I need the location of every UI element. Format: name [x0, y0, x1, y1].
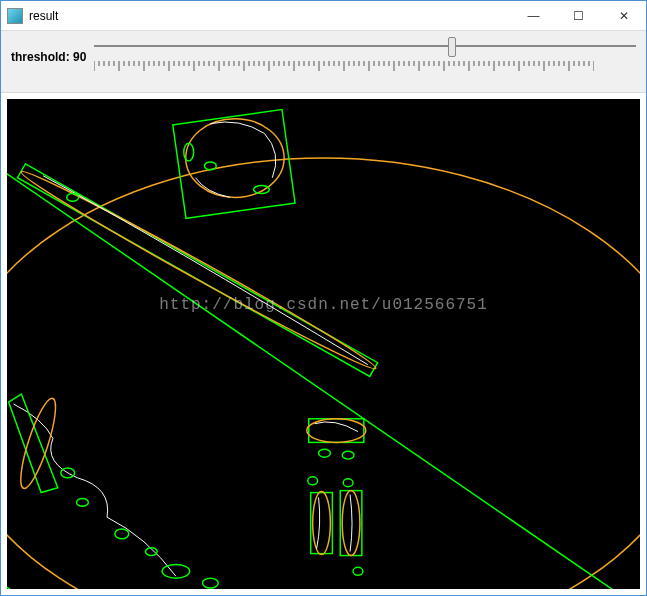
slider-thumb[interactable]	[448, 37, 456, 57]
slider-ticks	[94, 61, 594, 73]
contour-overlay	[7, 99, 640, 589]
threshold-slider[interactable]	[94, 37, 636, 77]
app-icon	[7, 8, 23, 24]
svg-point-111	[202, 578, 218, 588]
svg-point-116	[308, 477, 318, 485]
diagonal-bar	[17, 164, 380, 377]
trackbar-panel: threshold: 90	[1, 31, 646, 93]
raw-contour	[210, 122, 276, 178]
fitted-ellipse	[186, 119, 284, 198]
close-icon: ✕	[619, 9, 629, 23]
slider-track	[94, 45, 636, 47]
svg-point-117	[343, 479, 353, 487]
minimize-button[interactable]: —	[511, 1, 556, 30]
threshold-label: threshold: 90	[11, 50, 86, 64]
image-viewport: http://blog.csdn.net/u012566751	[1, 93, 646, 595]
svg-point-105	[14, 395, 62, 491]
fitted-ellipse	[7, 158, 640, 589]
svg-marker-104	[9, 394, 58, 492]
window-controls: — ☐ ✕	[511, 1, 646, 30]
threshold-value: 90	[73, 50, 86, 64]
result-image: http://blog.csdn.net/u012566751	[7, 99, 640, 589]
close-button[interactable]: ✕	[601, 1, 646, 30]
svg-point-107	[77, 498, 89, 506]
maximize-button[interactable]: ☐	[556, 1, 601, 30]
maximize-icon: ☐	[573, 9, 584, 23]
center-bottom-cluster	[307, 419, 366, 575]
svg-point-114	[319, 449, 331, 457]
raw-contour	[196, 178, 230, 198]
contour-box	[204, 162, 216, 170]
contour-box	[254, 186, 270, 194]
contour-box	[7, 571, 210, 589]
svg-point-115	[342, 451, 354, 459]
window-titlebar: result — ☐ ✕	[1, 1, 646, 31]
svg-point-103	[67, 193, 79, 201]
contour-box	[173, 110, 295, 219]
svg-rect-118	[311, 493, 333, 554]
svg-point-102	[17, 164, 380, 376]
svg-marker-101	[17, 164, 377, 377]
bottom-left-cluster	[9, 394, 219, 588]
minimize-icon: —	[528, 9, 540, 23]
svg-point-119	[313, 492, 331, 555]
svg-point-122	[353, 567, 363, 575]
window-title: result	[29, 9, 58, 23]
svg-point-108	[115, 529, 129, 539]
contour-box	[7, 158, 640, 589]
